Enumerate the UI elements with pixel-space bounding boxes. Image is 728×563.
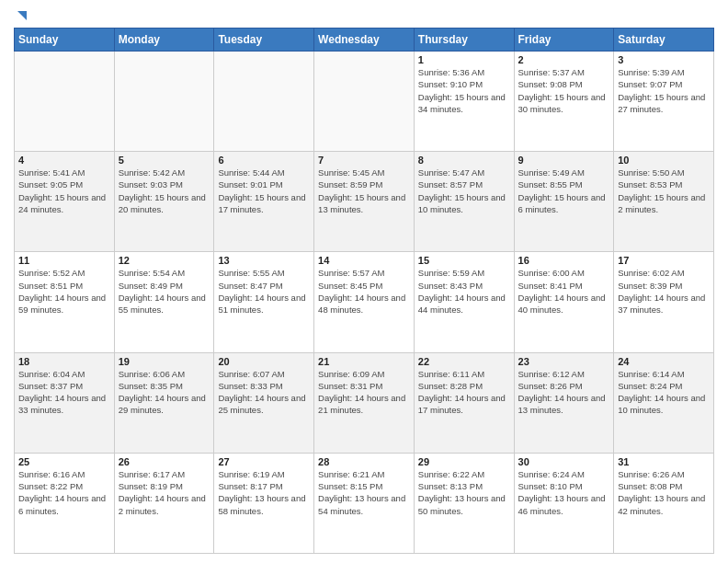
day-info: Sunrise: 6:00 AM Sunset: 8:41 PM Dayligh… <box>518 267 610 316</box>
day-number: 18 <box>18 356 110 367</box>
day-info: Sunrise: 6:07 AM Sunset: 8:33 PM Dayligh… <box>218 368 310 417</box>
day-number: 3 <box>618 54 710 65</box>
day-number: 2 <box>518 54 610 65</box>
day-info: Sunrise: 5:37 AM Sunset: 9:08 PM Dayligh… <box>518 66 610 115</box>
calendar-day-cell: 3Sunrise: 5:39 AM Sunset: 9:07 PM Daylig… <box>614 52 714 152</box>
calendar-day-cell: 12Sunrise: 5:54 AM Sunset: 8:49 PM Dayli… <box>114 252 214 352</box>
day-number: 20 <box>218 356 310 367</box>
logo <box>14 9 27 20</box>
calendar-week-row: 1Sunrise: 5:36 AM Sunset: 9:10 PM Daylig… <box>15 52 714 152</box>
calendar-day-cell: 18Sunrise: 6:04 AM Sunset: 8:37 PM Dayli… <box>15 352 115 453</box>
calendar-day-cell: 26Sunrise: 6:17 AM Sunset: 8:19 PM Dayli… <box>114 453 214 553</box>
day-number: 24 <box>618 356 710 367</box>
calendar-day-cell <box>15 52 115 152</box>
day-number: 12 <box>119 255 210 266</box>
day-number: 11 <box>18 255 110 266</box>
day-info: Sunrise: 6:21 AM Sunset: 8:15 PM Dayligh… <box>318 468 410 517</box>
day-info: Sunrise: 6:19 AM Sunset: 8:17 PM Dayligh… <box>218 468 310 517</box>
calendar-header-monday: Monday <box>114 29 214 52</box>
day-number: 7 <box>318 155 410 166</box>
day-info: Sunrise: 5:44 AM Sunset: 9:01 PM Dayligh… <box>218 167 310 215</box>
calendar-week-row: 11Sunrise: 5:52 AM Sunset: 8:51 PM Dayli… <box>15 252 714 352</box>
day-number: 9 <box>518 155 610 166</box>
day-info: Sunrise: 6:22 AM Sunset: 8:13 PM Dayligh… <box>418 468 510 517</box>
calendar-day-cell <box>214 52 314 152</box>
day-number: 5 <box>119 155 210 166</box>
calendar-day-cell: 6Sunrise: 5:44 AM Sunset: 9:01 PM Daylig… <box>214 152 314 252</box>
calendar-header-tuesday: Tuesday <box>214 29 314 52</box>
calendar-header-saturday: Saturday <box>614 29 714 52</box>
day-info: Sunrise: 6:12 AM Sunset: 8:26 PM Dayligh… <box>518 368 610 417</box>
day-info: Sunrise: 6:24 AM Sunset: 8:10 PM Dayligh… <box>518 468 610 517</box>
day-number: 25 <box>18 456 110 467</box>
calendar-week-row: 18Sunrise: 6:04 AM Sunset: 8:37 PM Dayli… <box>15 352 714 453</box>
calendar-day-cell: 27Sunrise: 6:19 AM Sunset: 8:17 PM Dayli… <box>214 453 314 553</box>
calendar-day-cell: 13Sunrise: 5:55 AM Sunset: 8:47 PM Dayli… <box>214 252 314 352</box>
day-number: 22 <box>418 356 510 367</box>
day-info: Sunrise: 5:50 AM Sunset: 8:53 PM Dayligh… <box>618 167 710 215</box>
calendar-day-cell: 1Sunrise: 5:36 AM Sunset: 9:10 PM Daylig… <box>414 52 514 152</box>
day-info: Sunrise: 5:52 AM Sunset: 8:51 PM Dayligh… <box>18 267 110 316</box>
day-number: 13 <box>218 255 310 266</box>
calendar-day-cell: 23Sunrise: 6:12 AM Sunset: 8:26 PM Dayli… <box>514 352 614 453</box>
calendar-day-cell: 5Sunrise: 5:42 AM Sunset: 9:03 PM Daylig… <box>114 152 214 252</box>
calendar-header-thursday: Thursday <box>414 29 514 52</box>
day-info: Sunrise: 5:42 AM Sunset: 9:03 PM Dayligh… <box>119 167 210 215</box>
calendar-header-friday: Friday <box>514 29 614 52</box>
calendar-day-cell: 30Sunrise: 6:24 AM Sunset: 8:10 PM Dayli… <box>514 453 614 553</box>
day-info: Sunrise: 6:14 AM Sunset: 8:24 PM Dayligh… <box>618 368 710 417</box>
calendar-day-cell: 7Sunrise: 5:45 AM Sunset: 8:59 PM Daylig… <box>314 152 415 252</box>
day-info: Sunrise: 6:16 AM Sunset: 8:22 PM Dayligh… <box>18 468 110 517</box>
calendar-day-cell: 20Sunrise: 6:07 AM Sunset: 8:33 PM Dayli… <box>214 352 314 453</box>
day-info: Sunrise: 6:26 AM Sunset: 8:08 PM Dayligh… <box>618 468 710 517</box>
day-number: 26 <box>119 456 210 467</box>
calendar-day-cell: 22Sunrise: 6:11 AM Sunset: 8:28 PM Dayli… <box>414 352 514 453</box>
day-info: Sunrise: 5:59 AM Sunset: 8:43 PM Dayligh… <box>418 267 510 316</box>
day-number: 27 <box>218 456 310 467</box>
day-number: 21 <box>318 356 410 367</box>
day-number: 19 <box>119 356 210 367</box>
day-info: Sunrise: 5:39 AM Sunset: 9:07 PM Dayligh… <box>618 66 710 115</box>
calendar-day-cell: 21Sunrise: 6:09 AM Sunset: 8:31 PM Dayli… <box>314 352 415 453</box>
calendar-header-sunday: Sunday <box>15 29 115 52</box>
calendar-day-cell <box>314 52 415 152</box>
day-info: Sunrise: 6:11 AM Sunset: 8:28 PM Dayligh… <box>418 368 510 417</box>
day-info: Sunrise: 6:02 AM Sunset: 8:39 PM Dayligh… <box>618 267 710 316</box>
day-number: 14 <box>318 255 410 266</box>
day-number: 8 <box>418 155 510 166</box>
day-number: 15 <box>418 255 510 266</box>
calendar-day-cell: 28Sunrise: 6:21 AM Sunset: 8:15 PM Dayli… <box>314 453 415 553</box>
header <box>14 9 714 20</box>
day-number: 10 <box>618 155 710 166</box>
day-info: Sunrise: 5:49 AM Sunset: 8:55 PM Dayligh… <box>518 167 610 215</box>
calendar-day-cell: 17Sunrise: 6:02 AM Sunset: 8:39 PM Dayli… <box>614 252 714 352</box>
calendar-day-cell: 15Sunrise: 5:59 AM Sunset: 8:43 PM Dayli… <box>414 252 514 352</box>
day-number: 1 <box>418 54 510 65</box>
day-number: 30 <box>518 456 610 467</box>
day-info: Sunrise: 5:45 AM Sunset: 8:59 PM Dayligh… <box>318 167 410 215</box>
day-number: 6 <box>218 155 310 166</box>
calendar-day-cell: 9Sunrise: 5:49 AM Sunset: 8:55 PM Daylig… <box>514 152 614 252</box>
day-info: Sunrise: 5:54 AM Sunset: 8:49 PM Dayligh… <box>119 267 210 316</box>
calendar-table: SundayMondayTuesdayWednesdayThursdayFrid… <box>14 28 714 554</box>
day-number: 23 <box>518 356 610 367</box>
calendar-day-cell: 2Sunrise: 5:37 AM Sunset: 9:08 PM Daylig… <box>514 52 614 152</box>
calendar-week-row: 4Sunrise: 5:41 AM Sunset: 9:05 PM Daylig… <box>15 152 714 252</box>
calendar-day-cell: 14Sunrise: 5:57 AM Sunset: 8:45 PM Dayli… <box>314 252 415 352</box>
day-info: Sunrise: 6:09 AM Sunset: 8:31 PM Dayligh… <box>318 368 410 417</box>
calendar-day-cell: 10Sunrise: 5:50 AM Sunset: 8:53 PM Dayli… <box>614 152 714 252</box>
calendar-day-cell <box>114 52 214 152</box>
calendar-header-row: SundayMondayTuesdayWednesdayThursdayFrid… <box>15 29 714 52</box>
day-number: 4 <box>18 155 110 166</box>
calendar-day-cell: 25Sunrise: 6:16 AM Sunset: 8:22 PM Dayli… <box>15 453 115 553</box>
logo-arrow-icon <box>17 11 27 20</box>
day-number: 28 <box>318 456 410 467</box>
day-info: Sunrise: 6:04 AM Sunset: 8:37 PM Dayligh… <box>18 368 110 417</box>
day-info: Sunrise: 5:41 AM Sunset: 9:05 PM Dayligh… <box>18 167 110 215</box>
day-number: 17 <box>618 255 710 266</box>
day-info: Sunrise: 6:17 AM Sunset: 8:19 PM Dayligh… <box>119 468 210 517</box>
calendar-day-cell: 19Sunrise: 6:06 AM Sunset: 8:35 PM Dayli… <box>114 352 214 453</box>
day-info: Sunrise: 5:47 AM Sunset: 8:57 PM Dayligh… <box>418 167 510 215</box>
day-number: 31 <box>618 456 710 467</box>
day-number: 29 <box>418 456 510 467</box>
